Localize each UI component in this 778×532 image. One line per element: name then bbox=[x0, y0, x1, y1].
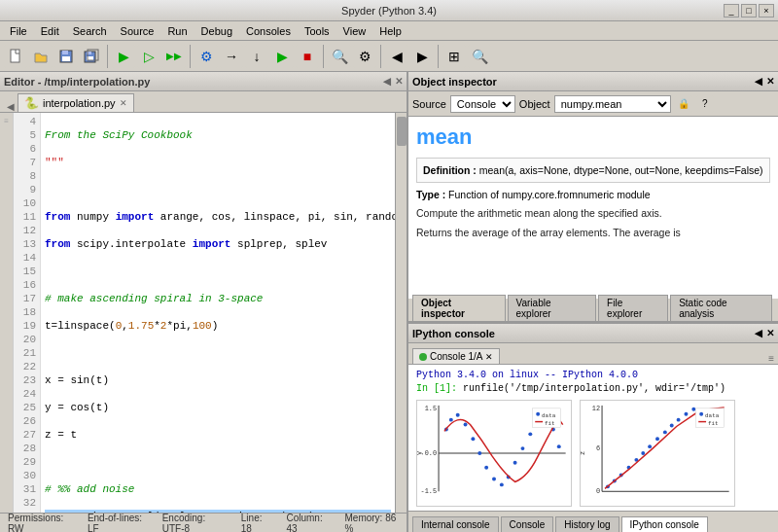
svg-text:0.0: 0.0 bbox=[425, 449, 437, 457]
find-button[interactable]: 🔍 bbox=[328, 45, 351, 68]
minimize-button[interactable]: _ bbox=[724, 4, 739, 18]
code-line-5: """ bbox=[45, 156, 391, 169]
menu-bar: File Edit Search Source Run Debug Consol… bbox=[0, 21, 778, 41]
svg-point-47 bbox=[641, 451, 645, 455]
menu-run[interactable]: Run bbox=[161, 24, 193, 38]
run-button[interactable]: ▶ bbox=[112, 45, 135, 68]
editor-options-button[interactable]: ◀ bbox=[383, 76, 391, 87]
menu-consoles[interactable]: Consoles bbox=[240, 24, 297, 38]
svg-point-18 bbox=[471, 437, 475, 441]
definition-text: mean(a, axis=None, dtype=None, out=None,… bbox=[479, 164, 763, 176]
file-tab-close[interactable]: ✕ bbox=[120, 98, 127, 108]
source-selector[interactable]: Console bbox=[450, 95, 515, 113]
continue-button[interactable]: ▶ bbox=[270, 45, 294, 68]
menu-file[interactable]: File bbox=[4, 24, 33, 38]
console-title: IPython console bbox=[412, 328, 755, 339]
menu-tools[interactable]: Tools bbox=[299, 24, 336, 38]
code-line-17: # %% add noise bbox=[45, 482, 391, 496]
tab-file-explorer[interactable]: File explorer bbox=[598, 295, 668, 321]
step-into-button[interactable]: ↓ bbox=[245, 45, 268, 68]
inspector-tabs: Object inspector Variable explorer File … bbox=[408, 299, 778, 322]
tab-variable-explorer[interactable]: Variable explorer bbox=[508, 295, 597, 321]
svg-point-54 bbox=[691, 408, 695, 411]
run-cell-button[interactable]: ▷ bbox=[137, 45, 160, 68]
object-inspector-toolbar: Source Console Object numpy.mean 🔒 ? bbox=[408, 91, 778, 117]
svg-text:0: 0 bbox=[596, 487, 600, 495]
console-options-btn[interactable]: ◀ bbox=[755, 328, 762, 338]
new-file-button[interactable] bbox=[4, 45, 27, 68]
code-line-18: x+= random.normal(scale=0.1, size=x.shap… bbox=[45, 510, 391, 513]
svg-text:6: 6 bbox=[596, 444, 600, 452]
chart-1: 1.5 0.0 -1.5 y bbox=[416, 400, 572, 507]
menu-source[interactable]: Source bbox=[115, 24, 160, 38]
console-content[interactable]: Python 3.4.0 on linux -- IPython 4.0.0 I… bbox=[408, 365, 778, 511]
maximize-button[interactable]: □ bbox=[741, 4, 757, 18]
inspector-options-button[interactable]: ◀ bbox=[755, 76, 762, 87]
svg-point-16 bbox=[456, 413, 460, 417]
svg-text:1.5: 1.5 bbox=[425, 405, 437, 412]
svg-point-50 bbox=[663, 430, 667, 434]
settings-button[interactable]: ⚙ bbox=[353, 45, 376, 68]
console-tab-close[interactable]: ✕ bbox=[485, 352, 493, 362]
editor-scrollbar[interactable] bbox=[395, 113, 407, 513]
eol-status: End-of-lines: LF bbox=[88, 513, 147, 533]
zoom-button[interactable]: 🔍 bbox=[468, 45, 491, 68]
menu-search[interactable]: Search bbox=[67, 24, 113, 38]
window-title: Spyder (Python 3.4) bbox=[341, 5, 437, 17]
tab-object-inspector[interactable]: Object inspector bbox=[412, 295, 506, 321]
svg-point-15 bbox=[449, 418, 453, 422]
code-editor[interactable]: ≡ 4 5 6 7 8 9 10 11 12 13 14 15 16 17 18… bbox=[0, 113, 407, 513]
svg-text:z: z bbox=[581, 451, 586, 455]
next-button[interactable]: ▶ bbox=[410, 45, 434, 68]
object-inspector-title: Object inspector bbox=[412, 76, 755, 88]
toolbar: ▶ ▷ ▶▶ ⚙ → ↓ ▶ ■ 🔍 ⚙ ◀ ▶ ⊞ 🔍 bbox=[0, 41, 778, 72]
save-all-button[interactable] bbox=[80, 45, 103, 68]
console-close-btn[interactable]: ✕ bbox=[766, 328, 774, 338]
layout-button[interactable]: ⊞ bbox=[442, 45, 466, 68]
code-area[interactable]: From the SciPy Cookbook """ from numpy i… bbox=[41, 113, 395, 513]
menu-help[interactable]: Help bbox=[373, 24, 407, 38]
console-command: runfile('/tmp/interpolation.py', wdir='/… bbox=[463, 383, 725, 394]
description-1: Compute the arithmetic mean along the sp… bbox=[416, 206, 770, 222]
inspector-close-button[interactable]: ✕ bbox=[766, 76, 774, 87]
debug-button[interactable]: ⚙ bbox=[194, 45, 218, 68]
inspector-lock-button[interactable]: 🔒 bbox=[675, 95, 692, 113]
encoding-status: Encoding: UTF-8 bbox=[162, 513, 226, 533]
code-line-16 bbox=[45, 455, 391, 469]
menu-view[interactable]: View bbox=[337, 24, 372, 38]
tab-static-analysis[interactable]: Static code analysis bbox=[670, 295, 772, 321]
step-button[interactable]: → bbox=[220, 45, 243, 68]
close-button[interactable]: × bbox=[759, 4, 774, 18]
permissions-status: Permissions: RW bbox=[8, 513, 72, 533]
menu-edit[interactable]: Edit bbox=[35, 24, 65, 38]
inspector-help-button[interactable]: ? bbox=[696, 95, 714, 113]
console-tab-bar: Console 1/A ✕ ≡ bbox=[408, 343, 778, 365]
source-label: Source bbox=[412, 98, 446, 110]
prev-button[interactable]: ◀ bbox=[385, 45, 408, 68]
object-selector[interactable]: numpy.mean bbox=[554, 95, 671, 113]
svg-point-48 bbox=[648, 444, 652, 448]
file-tab-label: interpolation.py bbox=[43, 97, 116, 109]
svg-point-17 bbox=[464, 423, 468, 427]
save-button[interactable] bbox=[54, 45, 78, 68]
status-bar: Permissions: RW End-of-lines: LF Encodin… bbox=[0, 513, 407, 532]
file-tab-interpolation[interactable]: 🐍 interpolation.py ✕ bbox=[18, 93, 134, 112]
run-cell-advance-button[interactable]: ▶▶ bbox=[162, 45, 186, 68]
window-controls[interactable]: _ □ × bbox=[724, 4, 774, 18]
console-status-dot bbox=[419, 353, 427, 361]
console-menu-btn[interactable]: ≡ bbox=[768, 353, 774, 364]
console-tab-1[interactable]: Console 1/A ✕ bbox=[412, 348, 500, 364]
separator-2 bbox=[190, 45, 191, 68]
type-label: Type : bbox=[416, 189, 448, 200]
editor-close-button[interactable]: ✕ bbox=[395, 76, 403, 87]
svg-text:data: data bbox=[542, 412, 556, 419]
menu-debug[interactable]: Debug bbox=[195, 24, 238, 38]
console-version-line: Python 3.4.0 on linux -- IPython 4.0.0 bbox=[416, 369, 770, 382]
tab-ipython-console[interactable]: IPython console bbox=[621, 516, 708, 532]
tab-internal-console[interactable]: Internal console bbox=[412, 516, 499, 532]
open-file-button[interactable] bbox=[29, 45, 53, 68]
tab-console[interactable]: Console bbox=[501, 516, 554, 532]
chart-area: 1.5 0.0 -1.5 y bbox=[416, 400, 770, 507]
stop-debug-button[interactable]: ■ bbox=[296, 45, 319, 68]
tab-history-log[interactable]: History log bbox=[555, 516, 619, 532]
